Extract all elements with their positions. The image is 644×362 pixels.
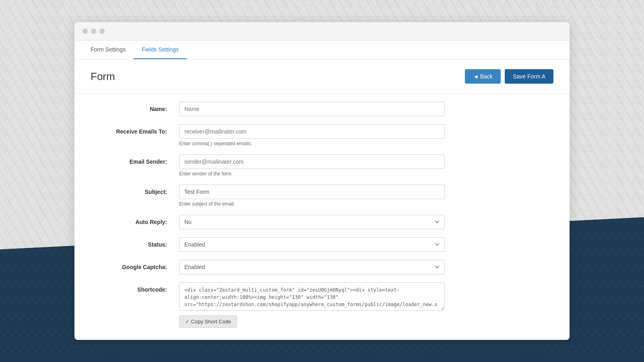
name-input[interactable]	[179, 102, 445, 116]
email-sender-hint: Enter sender of the form.	[179, 171, 445, 177]
name-field	[179, 102, 445, 116]
form-header: Form ◄ Back Save Form A	[74, 60, 570, 94]
auto-reply-select[interactable]: No Yes	[179, 215, 445, 229]
receive-emails-row: Receive Emails To: Enter comma(,) sepera…	[91, 124, 553, 146]
header-buttons: ◄ Back Save Form A	[465, 69, 553, 84]
status-label: Status:	[91, 237, 179, 248]
email-sender-input[interactable]	[179, 154, 445, 169]
content-area: Form ◄ Back Save Form A Name: Receive Em…	[74, 60, 570, 340]
google-captcha-label: Google Captcha:	[91, 260, 179, 270]
status-select[interactable]: Enabled Disabled	[179, 237, 445, 252]
email-sender-row: Email Sender: Enter sender of the form.	[91, 154, 553, 177]
google-captcha-row: Google Captcha: Enabled Disabled	[91, 260, 553, 274]
name-label: Name:	[91, 102, 179, 112]
google-captcha-field: Enabled Disabled	[179, 260, 445, 274]
receive-emails-input[interactable]	[179, 124, 445, 139]
window-dot-1	[83, 29, 88, 34]
shortcode-textarea[interactable]: <div class="Zestard_multi_custom_form" i…	[179, 282, 445, 311]
back-button[interactable]: ◄ Back	[465, 69, 501, 84]
subject-label: Subject:	[91, 185, 179, 195]
tab-fields-settings[interactable]: Fields Settings	[134, 41, 187, 59]
auto-reply-row: Auto Reply: No Yes	[91, 215, 553, 229]
window-dot-3	[99, 29, 105, 34]
tabs-bar: Form Settings Fields Settings	[74, 41, 570, 60]
tab-form-settings[interactable]: Form Settings	[83, 41, 134, 59]
email-sender-label: Email Sender:	[91, 154, 179, 165]
form-title: Form	[91, 70, 115, 83]
google-captcha-select[interactable]: Enabled Disabled	[179, 260, 445, 274]
shortcode-field: <div class="Zestard_multi_custom_form" i…	[179, 282, 445, 328]
shortcode-row: Shortcode: <div class="Zestard_multi_cus…	[91, 282, 553, 328]
status-row: Status: Enabled Disabled	[91, 237, 553, 252]
receive-emails-field: Enter comma(,) seperated emails.	[179, 124, 445, 146]
window-dot-2	[91, 29, 96, 34]
main-window: Form Settings Fields Settings Form ◄ Bac…	[74, 22, 570, 340]
name-row: Name:	[91, 102, 553, 116]
auto-reply-field: No Yes	[179, 215, 445, 229]
email-sender-field: Enter sender of the form.	[179, 154, 445, 177]
status-field: Enabled Disabled	[179, 237, 445, 252]
subject-hint: Enter subject of the email.	[179, 201, 445, 207]
form-body: Name: Receive Emails To: Enter comma(,) …	[74, 94, 570, 340]
title-bar	[74, 22, 570, 41]
save-form-button[interactable]: Save Form A	[505, 69, 553, 84]
subject-field: Enter subject of the email.	[179, 185, 445, 207]
auto-reply-label: Auto Reply:	[91, 215, 179, 225]
shortcode-label: Shortcode:	[91, 282, 179, 293]
receive-emails-label: Receive Emails To:	[91, 124, 179, 135]
receive-emails-hint: Enter comma(,) seperated emails.	[179, 141, 445, 146]
subject-input[interactable]	[179, 185, 445, 199]
copy-shortcode-button[interactable]: ✓ Copy Short Code	[179, 315, 237, 328]
subject-row: Subject: Enter subject of the email.	[91, 185, 553, 207]
